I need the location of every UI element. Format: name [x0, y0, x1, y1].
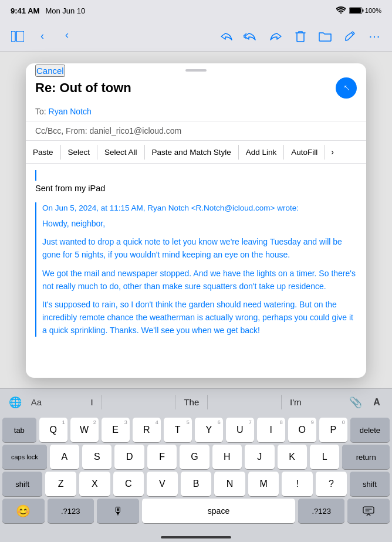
num1-key[interactable]: .?123 — [48, 499, 94, 523]
toolbar-right: ⋯ — [217, 27, 384, 46]
predictive-words: I The I'm — [46, 395, 346, 409]
caps-lock-key[interactable]: caps lock — [2, 445, 47, 469]
add-link-button[interactable]: Add Link — [239, 145, 285, 160]
key-H[interactable]: H — [212, 445, 242, 469]
more-icon[interactable]: ⋯ — [365, 27, 384, 46]
right-shift-key[interactable]: shift — [350, 472, 390, 496]
to-field[interactable]: To: Ryan Notch — [26, 102, 366, 121]
chevron-up-icon[interactable]: ‹ — [33, 27, 52, 46]
email-body[interactable]: Sent from my iPad On Jun 5, 2024, at 11:… — [26, 164, 366, 378]
send-icon: ↑ — [340, 81, 352, 93]
key-exclaim[interactable]: ! — [282, 472, 313, 496]
text-cursor — [35, 170, 36, 181]
key-J[interactable]: J — [245, 445, 274, 469]
key-G[interactable]: G — [180, 445, 209, 469]
key-question[interactable]: ? — [316, 472, 347, 496]
compose-icon[interactable] — [340, 27, 359, 46]
toolbar-left: ‹ ‹ — [8, 27, 76, 46]
key-P[interactable]: P0 — [319, 418, 347, 442]
key-K[interactable]: K — [278, 445, 307, 469]
quoted-body: Howdy, neighbor, Just wanted to drop a q… — [42, 218, 357, 337]
attachment-icon[interactable]: 📎 — [346, 393, 365, 412]
key-W[interactable]: W2 — [70, 418, 99, 442]
emoji-face-icon[interactable]: 🌐 — [6, 393, 25, 412]
ccbcc-field[interactable]: Cc/Bcc, From: daniel_rico1@icloud.com — [26, 121, 366, 141]
cancel-button[interactable]: Cancel — [35, 65, 65, 77]
key-N[interactable]: N — [214, 472, 245, 496]
mic-key[interactable]: 🎙 — [97, 499, 139, 523]
pred-left: 🌐 Aa — [6, 393, 46, 412]
to-value: Ryan Notch — [49, 107, 92, 116]
keyboard-row-3: shift Z X C V B N M ! ? shift — [0, 469, 392, 496]
paste-match-style-button[interactable]: Paste and Match Style — [145, 145, 239, 160]
key-A[interactable]: A — [50, 445, 79, 469]
select-button[interactable]: Select — [61, 145, 98, 160]
key-R[interactable]: R4 — [133, 418, 161, 442]
trash-icon[interactable] — [291, 27, 310, 46]
folder-icon[interactable] — [316, 27, 334, 46]
keyboard-dismiss-key[interactable] — [347, 499, 390, 523]
key-M[interactable]: M — [248, 472, 279, 496]
status-time: 9:41 AM — [11, 6, 39, 15]
keyboard-row-4: 😊 .?123 🎙 space .?123 — [0, 496, 392, 528]
keyboard-row-2: caps lock A S D F G H J K L return — [0, 442, 392, 469]
wifi-icon — [336, 6, 346, 15]
key-C[interactable]: C — [113, 472, 144, 496]
pred-right: 📎 A — [346, 393, 386, 412]
scribble-icon[interactable]: A — [367, 393, 386, 412]
keyboard: tab Q1 W2 E3 R4 T5 Y6 U7 I8 O9 P0 delete… — [0, 415, 392, 542]
key-D[interactable]: D — [114, 445, 144, 469]
autofill-button[interactable]: AutoFill — [284, 145, 325, 160]
email-subject: Re: Out of town — [35, 80, 131, 96]
key-L[interactable]: L — [310, 445, 339, 469]
sidebar-icon[interactable] — [8, 27, 27, 46]
key-Z[interactable]: Z — [45, 472, 76, 496]
quoted-paragraph-1: Howdy, neighbor, — [42, 218, 357, 231]
key-S[interactable]: S — [82, 445, 111, 469]
emoji-key[interactable]: 😊 — [2, 499, 45, 523]
left-shift-key[interactable]: shift — [2, 472, 42, 496]
battery-icon: 100% — [349, 7, 381, 14]
reply-icon[interactable] — [217, 27, 236, 46]
key-V[interactable]: V — [147, 472, 178, 496]
key-O[interactable]: O9 — [288, 418, 316, 442]
key-Q[interactable]: Q1 — [39, 418, 67, 442]
key-I[interactable]: I8 — [257, 418, 285, 442]
tab-key[interactable]: tab — [2, 418, 36, 442]
mail-toolbar: ‹ ‹ ⋯ — [0, 21, 392, 52]
svg-rect-3 — [11, 31, 15, 42]
ccbcc-label: Cc/Bcc, From: — [35, 126, 87, 136]
key-T[interactable]: T5 — [164, 418, 192, 442]
to-label: To: — [35, 107, 46, 116]
paste-button[interactable]: Paste — [26, 145, 61, 160]
quoted-paragraph-3: We got the mail and newspaper stopped. A… — [42, 267, 357, 293]
key-B[interactable]: B — [181, 472, 212, 496]
predictive-word-2[interactable]: The — [175, 395, 208, 409]
svg-rect-4 — [16, 31, 24, 42]
predictive-word-3[interactable]: I'm — [281, 395, 310, 409]
select-all-button[interactable]: Select All — [97, 145, 145, 160]
return-key[interactable]: return — [342, 445, 390, 469]
status-bar: 9:41 AM Mon Jun 10 100% — [0, 0, 392, 21]
svg-rect-1 — [362, 9, 363, 12]
key-F[interactable]: F — [147, 445, 177, 469]
key-X[interactable]: X — [79, 472, 110, 496]
delete-key[interactable]: delete — [350, 418, 390, 442]
chevron-down-icon[interactable]: ‹ — [58, 27, 76, 46]
send-button[interactable]: ↑ — [336, 77, 357, 99]
num2-key[interactable]: .?123 — [298, 499, 344, 523]
predictive-word-1[interactable]: I — [82, 395, 102, 409]
quoted-header: On Jun 5, 2024, at 11:15 AM, Ryan Notch … — [42, 202, 357, 214]
key-U[interactable]: U7 — [226, 418, 254, 442]
space-key[interactable]: space — [142, 499, 296, 523]
svg-rect-5 — [363, 507, 374, 513]
sent-from: Sent from my iPad — [35, 182, 357, 195]
subject-row: Re: Out of town ↑ — [26, 74, 366, 102]
text-format-icon[interactable]: Aa — [27, 393, 46, 412]
key-Y[interactable]: Y6 — [195, 418, 223, 442]
reply-all-icon[interactable] — [242, 27, 261, 46]
key-E[interactable]: E3 — [102, 418, 130, 442]
forward-icon[interactable] — [266, 27, 285, 46]
quoted-paragraph-2: Just wanted to drop a quick note to let … — [42, 236, 357, 261]
context-chevron-icon[interactable]: › — [325, 144, 340, 160]
